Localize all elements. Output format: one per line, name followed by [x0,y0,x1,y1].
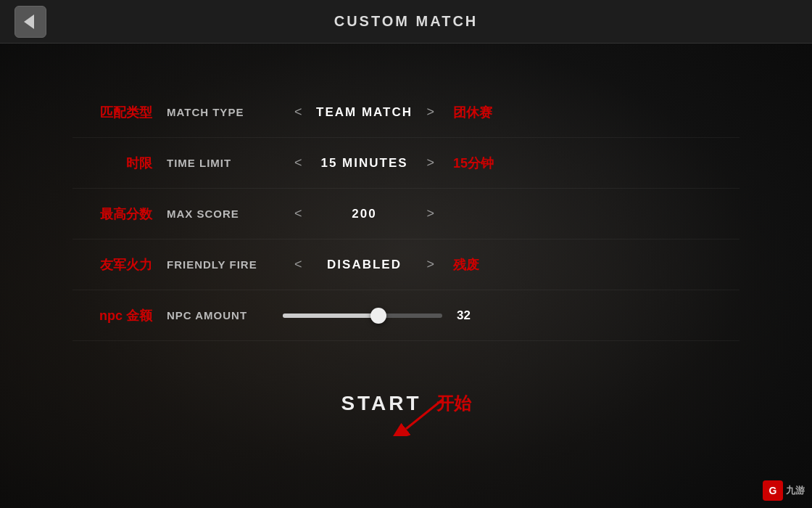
arrow-annotation [392,393,450,439]
friendly-fire-controls: < DISABLED > 残废 [283,251,740,278]
match-type-controls: < TEAM MATCH > 团休赛 [283,99,740,126]
match-type-value-cn: 团休赛 [453,104,492,121]
watermark-text: 九游 [786,484,805,497]
time-limit-next-button[interactable]: > [415,149,447,176]
friendly-fire-prev-button[interactable]: < [283,251,314,278]
time-limit-value-cn: 15分钟 [453,155,494,172]
back-arrow-icon [24,15,34,29]
settings-container: 匹配类型 MATCH TYPE < TEAM MATCH > 团休赛 时限 TI… [0,44,812,370]
max-score-label-cn: 最高分数 [72,205,167,223]
friendly-fire-value: DISABLED [314,258,415,272]
slider-thumb[interactable] [370,308,386,324]
time-limit-prev-button[interactable]: < [283,149,314,176]
back-button[interactable] [14,6,46,38]
time-limit-label-cn: 时限 [72,155,167,172]
max-score-next-button[interactable]: > [415,200,447,227]
time-limit-value: 15 MINUTES [314,156,415,171]
match-type-label-en: MATCH TYPE [167,106,283,118]
match-type-label-cn: 匹配类型 [72,104,167,121]
time-limit-row: 时限 TIME LIMIT < 15 MINUTES > 15分钟 [72,138,740,189]
npc-amount-label-cn: npc 金额 [72,307,167,324]
max-score-row: 最高分数 MAX SCORE < 200 > [72,189,740,239]
slider-fill [283,314,378,318]
max-score-controls: < 200 > [283,200,740,227]
time-limit-label-en: TIME LIMIT [167,157,283,169]
max-score-value: 200 [314,207,415,221]
friendly-fire-row: 友军火力 FRIENDLY FIRE < DISABLED > 残废 [72,239,740,290]
match-type-prev-button[interactable]: < [283,99,314,126]
friendly-fire-next-button[interactable]: > [415,251,447,278]
npc-amount-label-en: NPC AMOUNT [167,309,283,321]
time-limit-controls: < 15 MINUTES > 15分钟 [283,149,740,176]
friendly-fire-value-cn: 残废 [453,256,479,274]
watermark-logo: G [763,480,783,501]
red-arrow-icon [392,393,450,436]
npc-amount-slider[interactable] [283,314,442,318]
page-title: CUSTOM MATCH [334,13,478,30]
npc-amount-controls: 32 [283,308,740,323]
max-score-prev-button[interactable]: < [283,200,314,227]
match-type-row: 匹配类型 MATCH TYPE < TEAM MATCH > 团休赛 [72,87,740,138]
max-score-label-en: MAX SCORE [167,208,283,220]
npc-amount-value: 32 [457,308,471,323]
npc-amount-row: npc 金额 NPC AMOUNT 32 [72,290,740,341]
match-type-next-button[interactable]: > [415,99,447,126]
match-type-value: TEAM MATCH [314,105,415,120]
watermark: G 九游 [763,480,805,501]
header-bar: CUSTOM MATCH [0,0,812,44]
svg-line-1 [406,400,442,429]
friendly-fire-label-cn: 友军火力 [72,256,167,274]
friendly-fire-label-en: FRIENDLY FIRE [167,258,283,271]
